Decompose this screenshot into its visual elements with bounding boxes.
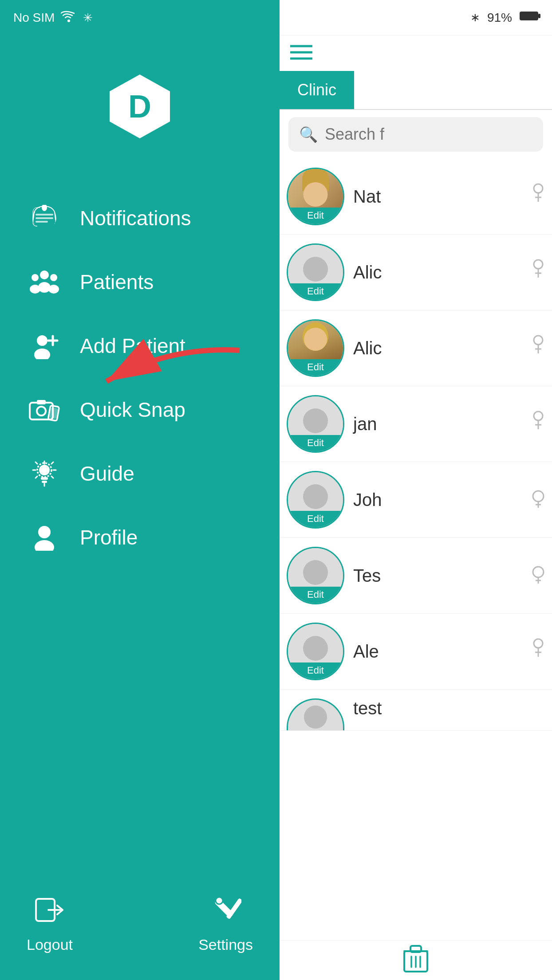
- sidebar-item-profile[interactable]: Profile: [27, 506, 253, 569]
- patients-label: Patients: [80, 270, 154, 294]
- battery-percent: 91%: [487, 11, 512, 25]
- gender-female-icon: [532, 335, 545, 361]
- logout-button[interactable]: Logout: [27, 894, 73, 953]
- svg-line-32: [35, 476, 37, 478]
- patient-info: Joh: [353, 486, 545, 513]
- no-sim-label: No SIM: [13, 11, 55, 25]
- patient-item[interactable]: Edit Joh: [280, 462, 552, 538]
- svg-point-23: [39, 465, 50, 475]
- sidebar-item-patients[interactable]: Patients: [27, 250, 253, 314]
- patient-name: Ale: [353, 642, 379, 662]
- search-input[interactable]: [325, 125, 532, 144]
- quick-snap-label: Quick Snap: [80, 398, 185, 422]
- patient-avatar: Edit: [287, 243, 344, 301]
- svg-point-11: [50, 274, 57, 281]
- svg-point-55: [534, 412, 543, 420]
- svg-line-31: [51, 462, 53, 464]
- svg-point-7: [40, 270, 49, 279]
- svg-rect-24: [41, 477, 48, 480]
- svg-point-52: [534, 336, 543, 345]
- svg-rect-19: [37, 400, 46, 404]
- search-icon: 🔍: [299, 125, 318, 143]
- svg-point-13: [37, 335, 47, 346]
- patient-info: Tes: [353, 562, 545, 589]
- patient-item[interactable]: Edit Tes: [280, 538, 552, 614]
- gender-female-icon: [532, 183, 545, 210]
- svg-point-12: [48, 285, 59, 294]
- patient-name: Tes: [353, 566, 381, 586]
- svg-rect-4: [35, 214, 53, 216]
- patient-avatar-partial: [287, 698, 344, 730]
- right-panel: ∗ 91% Clinic 🔍: [280, 0, 552, 980]
- add-patient-icon: [27, 333, 62, 359]
- svg-line-33: [51, 476, 53, 478]
- svg-point-0: [67, 20, 70, 22]
- patient-name: test: [353, 698, 382, 718]
- svg-point-49: [534, 260, 543, 269]
- patient-info: Alic: [353, 335, 545, 361]
- wifi-icon: [61, 10, 77, 26]
- quick-snap-icon: [27, 396, 62, 423]
- svg-rect-25: [42, 481, 47, 483]
- patient-avatar: Edit: [287, 471, 344, 529]
- search-bar: 🔍: [288, 117, 543, 152]
- patients-icon: [27, 269, 62, 295]
- patient-info: Alic: [353, 259, 545, 286]
- patient-item[interactable]: Edit jan: [280, 386, 552, 462]
- guide-label: Guide: [80, 462, 134, 486]
- patient-item[interactable]: Edit Alic: [280, 310, 552, 386]
- gender-female-icon: [532, 638, 545, 665]
- svg-line-30: [35, 462, 37, 464]
- patient-info: jan: [353, 411, 545, 437]
- patient-avatar: Edit: [287, 319, 344, 377]
- sidebar-item-notifications[interactable]: Notifications: [27, 186, 253, 250]
- patient-list: Edit Nat Edit: [280, 159, 552, 940]
- sidebar-bottom-actions: Logout Settings: [0, 894, 280, 953]
- status-bar-right: ∗ 91%: [280, 0, 552, 35]
- svg-point-46: [534, 184, 543, 193]
- patient-item[interactable]: Edit Alic: [280, 235, 552, 310]
- right-bottom-bar: [280, 940, 552, 980]
- patient-name: Joh: [353, 490, 382, 510]
- right-panel-header: [280, 35, 552, 71]
- guide-icon: [27, 460, 62, 487]
- svg-text:D: D: [128, 89, 151, 124]
- status-bar-left: No SIM ✳: [0, 0, 280, 35]
- sidebar-item-quick-snap[interactable]: Quick Snap: [27, 378, 253, 442]
- bluetooth-icon: ∗: [470, 11, 480, 24]
- gender-female-icon: [532, 259, 545, 286]
- patient-info: Ale: [353, 638, 545, 665]
- hamburger-button[interactable]: [290, 44, 312, 62]
- gender-female-icon: [532, 411, 545, 437]
- gender-male-icon: [532, 486, 545, 513]
- svg-rect-6: [35, 221, 48, 223]
- svg-point-10: [30, 285, 40, 294]
- patient-name: Alic: [353, 338, 382, 358]
- patient-item[interactable]: Edit Nat: [280, 159, 552, 235]
- svg-point-61: [533, 567, 544, 577]
- svg-point-58: [533, 491, 544, 502]
- patient-avatar: Edit: [287, 168, 344, 225]
- loading-icon: ✳: [83, 11, 93, 25]
- logout-label: Logout: [27, 936, 73, 953]
- trash-button[interactable]: [402, 944, 429, 977]
- svg-point-8: [38, 282, 51, 293]
- sidebar-item-guide[interactable]: Guide: [27, 442, 253, 506]
- patient-avatar: Edit: [287, 623, 344, 680]
- svg-rect-42: [538, 14, 540, 18]
- patient-item-partial[interactable]: test: [280, 690, 552, 731]
- notifications-icon: [27, 205, 62, 231]
- settings-button[interactable]: Settings: [198, 894, 253, 953]
- svg-rect-41: [520, 12, 538, 20]
- notifications-label: Notifications: [80, 206, 191, 230]
- sidebar-item-add-patient[interactable]: Add Patient: [27, 314, 253, 378]
- battery-icon: [519, 10, 541, 25]
- patient-info: Nat: [353, 183, 545, 210]
- patient-name: Alic: [353, 263, 382, 282]
- svg-rect-5: [35, 217, 53, 219]
- tab-clinic[interactable]: Clinic: [280, 71, 354, 109]
- profile-label: Profile: [80, 525, 138, 549]
- patient-info: test: [353, 698, 545, 718]
- patient-item[interactable]: Edit Ale: [280, 614, 552, 690]
- patient-name: jan: [353, 414, 377, 434]
